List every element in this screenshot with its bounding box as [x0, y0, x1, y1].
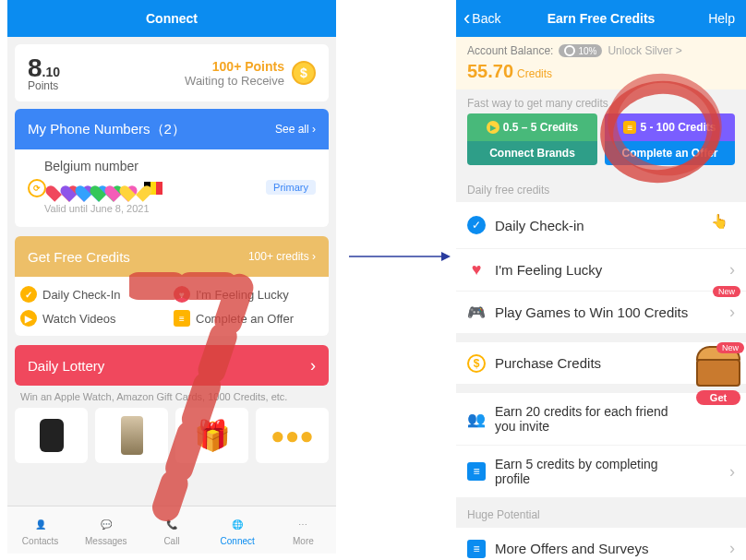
- globe-icon: 🌐: [227, 514, 247, 534]
- tab-connect[interactable]: 🌐Connect: [205, 506, 271, 554]
- check-icon: ✓: [467, 216, 486, 234]
- numbers-title: My Phone Numbers（2）: [28, 121, 186, 138]
- gamepad-icon: 🎮: [467, 304, 486, 322]
- nav-title: Earn Free Credits: [547, 11, 656, 26]
- offer-card-complete[interactable]: ≡5 - 100 Credits Complete an Offer: [605, 113, 735, 165]
- gift-icon: 🎁: [194, 418, 231, 453]
- list-icon: ≡: [623, 121, 636, 134]
- call-icon: 📞: [162, 514, 182, 534]
- tabbar: 👤Contacts 💬Messages 📞Call 🌐Connect ⋯More: [7, 506, 336, 554]
- play-icon: ▶: [20, 310, 37, 327]
- item-more-offers[interactable]: ≡ More Offers and Surveys›: [456, 527, 746, 560]
- points-dec: .10: [42, 65, 60, 79]
- heart-icon: ♥: [174, 286, 190, 303]
- new-badge: New: [713, 286, 740, 297]
- svg-marker-1: [441, 252, 451, 261]
- item-lucky[interactable]: ♥ I'm Feeling Lucky›: [456, 248, 746, 291]
- coin-icon: $: [292, 61, 316, 85]
- navbar: ‹Back Earn Free Credits Help: [456, 0, 746, 37]
- credits-body: ✓Daily Check-In ♥I'm Feeling Lucky ▶Watc…: [15, 277, 329, 336]
- heart-icon: [126, 179, 146, 197]
- prizes-row: 🎁 ●●●: [15, 408, 329, 463]
- lottery-title: Daily Lottery: [28, 358, 104, 374]
- credit-item-checkin[interactable]: ✓Daily Check-In: [20, 286, 170, 303]
- hearts-row: ⟳: [28, 179, 162, 197]
- watch-icon: [40, 419, 64, 452]
- numbers-header[interactable]: My Phone Numbers（2） See all ›: [15, 109, 329, 149]
- item-profile[interactable]: ≡ Earn 5 credits by completing profile›: [456, 445, 746, 497]
- points-label: Points: [28, 79, 60, 92]
- arrow-annotation: [349, 247, 451, 266]
- points-bonus-block[interactable]: 100+ Points Waiting to Receive $: [185, 59, 316, 88]
- help-link[interactable]: Help: [708, 11, 735, 26]
- coins-icon: ●●●: [271, 422, 314, 450]
- nav-title: Connect: [146, 11, 198, 26]
- waiting-label: Waiting to Receive: [185, 74, 284, 88]
- tab-more[interactable]: ⋯More: [271, 506, 336, 554]
- balance-panel: Account Balance: 10% Unlock Silver > 55.…: [456, 37, 746, 89]
- see-all-link[interactable]: See all ›: [275, 123, 316, 136]
- credit-item-videos[interactable]: ▶Watch Videos: [20, 310, 170, 327]
- offer-card-brands[interactable]: ▶0.5 – 5 Credits Connect Brands: [467, 113, 597, 165]
- points-int: 8: [28, 54, 42, 82]
- offer-cards: ▶0.5 – 5 Credits Connect Brands ≡5 - 100…: [456, 113, 746, 173]
- item-checkin[interactable]: ✓ Daily Check-in 👆: [456, 202, 746, 248]
- prize-gift[interactable]: 🎁: [175, 408, 248, 463]
- section-huge: Huge Potential: [456, 497, 746, 527]
- back-button[interactable]: ‹Back: [463, 6, 500, 30]
- unlock-link[interactable]: Unlock Silver >: [608, 44, 681, 57]
- number-name: Belgium number: [44, 159, 138, 173]
- tab-contacts[interactable]: 👤Contacts: [7, 506, 73, 554]
- valid-until: Valid until June 8, 2021: [44, 203, 316, 214]
- prize-phone[interactable]: [95, 408, 168, 463]
- heart-icon: ♥: [467, 261, 486, 280]
- contacts-icon: 👤: [30, 514, 51, 534]
- tap-icon: 👆: [711, 213, 735, 237]
- treasure-chest[interactable]: New Get: [696, 346, 740, 405]
- item-games[interactable]: 🎮 Play Games to Win 100 Credits› New: [456, 291, 746, 333]
- invite-icon: 👥: [467, 410, 486, 428]
- balance-label: Account Balance:: [467, 44, 553, 57]
- credits-header[interactable]: Get Free Credits 100+ credits ›: [15, 236, 329, 277]
- primary-badge: Primary: [266, 180, 316, 195]
- earn-credits-screen: ‹Back Earn Free Credits Help Account Bal…: [456, 0, 746, 560]
- fast-label: Fast way to get many credits: [456, 89, 746, 113]
- credit-item-lucky[interactable]: ♥I'm Feeling Lucky: [174, 286, 323, 303]
- numbers-body: Belgium number ⟳ Primary Valid until Jun…: [15, 149, 329, 227]
- list-icon: ≡: [467, 540, 486, 558]
- lottery-header[interactable]: Daily Lottery ›: [15, 345, 329, 386]
- ring-icon: ⟳: [28, 179, 46, 197]
- more-icon: ⋯: [293, 514, 313, 534]
- play-icon: ▶: [487, 121, 499, 134]
- prize-coins[interactable]: ●●●: [256, 408, 329, 463]
- profile-icon: ≡: [467, 462, 486, 481]
- credits-more: 100+ credits ›: [248, 250, 316, 263]
- prize-watch[interactable]: [15, 408, 88, 463]
- phone-icon: [121, 416, 143, 455]
- credits-title: Get Free Credits: [28, 249, 130, 265]
- points-card: 8.10 Points 100+ Points Waiting to Recei…: [15, 44, 329, 101]
- get-button[interactable]: Get: [696, 390, 740, 405]
- balance-amount: 55.70: [467, 61, 513, 81]
- new-badge: New: [716, 342, 744, 353]
- navbar: Connect: [7, 0, 336, 37]
- rank-pill: 10%: [559, 44, 602, 57]
- credit-item-offer[interactable]: ≡Complete an Offer: [174, 310, 323, 327]
- dollar-icon: $: [467, 354, 486, 373]
- tab-messages[interactable]: 💬Messages: [73, 506, 138, 554]
- bonus-label: 100+ Points: [185, 59, 284, 74]
- list-icon: ≡: [174, 310, 190, 327]
- lottery-sub: Win an Apple Watch, Amazon Gift Cards, 1…: [20, 391, 323, 402]
- messages-icon: 💬: [96, 514, 116, 534]
- section-daily: Daily free credits: [456, 173, 746, 202]
- tab-call[interactable]: 📞Call: [138, 506, 204, 554]
- balance-unit: Credits: [517, 67, 552, 80]
- check-icon: ✓: [20, 286, 37, 303]
- connect-screen: Connect 8.10 Points 100+ Points Waiting …: [7, 0, 336, 554]
